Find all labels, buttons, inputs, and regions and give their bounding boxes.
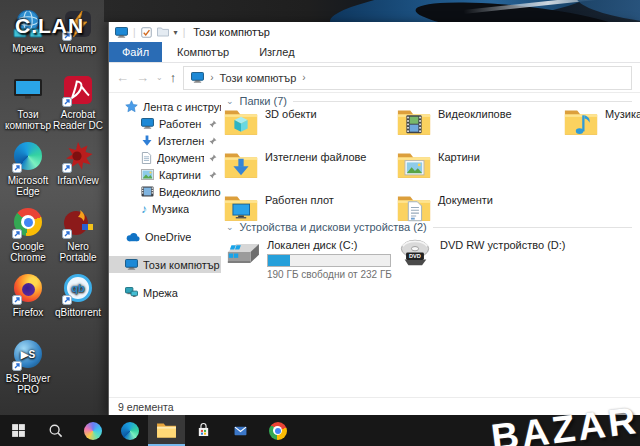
- shortcut-arrow-icon: [12, 295, 22, 305]
- folder-tile-documents[interactable]: Документи: [396, 191, 564, 224]
- this-pc-mini-icon: [125, 259, 138, 270]
- desktop-icon-label: Acrobat Reader DC: [51, 109, 105, 131]
- taskbar-explorer-button[interactable]: [148, 415, 185, 446]
- svg-text:DVD: DVD: [409, 253, 421, 259]
- screen: МрежаWinampТози компютърAcrobat Reader D…: [0, 0, 640, 446]
- videos-mini-icon: [141, 186, 154, 197]
- desktop-icon-firefox[interactable]: Firefox: [1, 271, 55, 318]
- irfanview-icon: [61, 139, 95, 173]
- desktop-icon-edge[interactable]: Microsoft Edge: [1, 139, 55, 197]
- desktop-icon-label: Този компютър: [1, 109, 55, 131]
- sidebar-item-onedrive-cloud[interactable]: OneDrive: [109, 228, 221, 245]
- sidebar-item-label: Работен плот: [159, 118, 204, 130]
- window-body: Лента с инструментиРаботен плотИзтеглени…: [109, 93, 640, 397]
- sidebar-item-music[interactable]: ♪Музика: [109, 200, 221, 217]
- tab-файл[interactable]: Файл: [109, 42, 162, 62]
- pin-icon: [209, 120, 217, 128]
- window-titlebar[interactable]: | ▾ | Този компютър: [109, 22, 640, 42]
- disk-free-space: 190 ГБ свободни от 232 ГБ: [267, 269, 392, 280]
- taskbar-chrome-button[interactable]: [259, 415, 296, 446]
- wallpaper: [104, 0, 640, 22]
- desktop-icon-bsplayer[interactable]: ▶SBS.Player PRO: [1, 337, 55, 395]
- desktop-icon-qbittorrent[interactable]: qbqBittorrent: [51, 271, 105, 318]
- desktop-icon-label: Firefox: [1, 307, 55, 318]
- history-dropdown-icon[interactable]: ⌄: [156, 73, 163, 82]
- folder-tile-music[interactable]: Музика: [563, 105, 640, 138]
- device-tile-label: DVD RW устройство (D:): [440, 239, 566, 251]
- tab-компютър[interactable]: Компютър: [162, 42, 244, 62]
- folder-tile-label: 3D обекти: [265, 108, 317, 138]
- tab-изглед[interactable]: Изглед: [244, 42, 309, 62]
- sidebar-item-label: Лента с инструменти: [143, 101, 221, 113]
- folder-downloads-icon: [223, 148, 259, 181]
- group-header-devices[interactable]: ⌄Устройства и дискови устройства (2): [226, 221, 632, 233]
- desktop-icon-acrobat[interactable]: Acrobat Reader DC: [51, 73, 105, 131]
- up-icon[interactable]: ↑: [170, 71, 177, 84]
- item-count: 9 елемента: [118, 401, 174, 413]
- copilot-icon: [84, 422, 102, 440]
- folder-tile-desktop[interactable]: Работен плот: [223, 191, 391, 224]
- sidebar-item-pictures[interactable]: Картини: [109, 166, 221, 183]
- desktop-icon-this-pc[interactable]: Този компютър: [1, 73, 55, 131]
- sidebar-item-videos[interactable]: Видеоклипове: [109, 183, 221, 200]
- folder-music-icon: [563, 105, 599, 138]
- network-mini-icon: [125, 287, 138, 298]
- properties-check-icon[interactable]: [141, 27, 152, 38]
- chevron-down-icon[interactable]: ⌄: [226, 222, 234, 232]
- forward-icon[interactable]: →: [136, 71, 149, 84]
- file-explorer-window: | ▾ | Този компютър ФайлКомпютърИзглед ←…: [108, 22, 640, 415]
- desktop-icon-nero[interactable]: Nero Portable: [51, 205, 105, 263]
- shortcut-arrow-icon: [62, 229, 72, 239]
- taskbar-start-button[interactable]: [0, 415, 37, 446]
- this-pc-small-icon: [115, 27, 128, 38]
- quick-access-toolbar: |: [115, 27, 169, 38]
- desktop-icon-irfanview[interactable]: IrfanView: [51, 139, 105, 186]
- sidebar-item-label: Музика: [152, 203, 189, 215]
- taskbar-store-button[interactable]: [185, 415, 222, 446]
- folder-tile-pictures[interactable]: Картини: [396, 148, 564, 181]
- taskbar-mail-button[interactable]: [222, 415, 259, 446]
- device-tile-dvd[interactable]: DVDDVD RW устройство (D:): [396, 236, 564, 270]
- new-folder-icon[interactable]: [157, 27, 169, 37]
- sidebar-item-label: Документи: [157, 152, 204, 164]
- qat-dropdown-icon[interactable]: ▾: [174, 28, 178, 37]
- sidebar-item-label: Мрежа: [143, 287, 178, 299]
- disk-usage-bar: [267, 254, 391, 267]
- folder-desktop-icon: [223, 191, 259, 224]
- sidebar-item-this-pc[interactable]: Този компютър: [109, 256, 221, 273]
- address-bar[interactable]: › Този компютър ›: [183, 66, 632, 90]
- quick-access-star-icon: [125, 100, 138, 113]
- breadcrumb[interactable]: Този компютър: [220, 72, 297, 84]
- sidebar-item-network[interactable]: Мрежа: [109, 284, 221, 301]
- sidebar-item-quick-access-star[interactable]: Лента с инструменти: [109, 98, 221, 115]
- folder-pictures-icon: [396, 148, 432, 181]
- desktop-icon-chrome[interactable]: Google Chrome: [1, 205, 55, 263]
- sidebar-item-label: Този компютър: [143, 259, 220, 271]
- taskbar-search-button[interactable]: [37, 415, 74, 446]
- taskbar-edge-button[interactable]: [111, 415, 148, 446]
- desktop-icon-label: Nero Portable: [51, 241, 105, 263]
- sidebar-item-downloads[interactable]: Изтеглени файлове: [109, 132, 221, 149]
- search-icon: [47, 422, 64, 439]
- sidebar-item-documents[interactable]: Документи: [109, 149, 221, 166]
- desktop-icon-label: Winamp: [51, 43, 105, 54]
- folder-tile-videos[interactable]: Видеоклипове: [396, 105, 564, 138]
- music-mini-icon: ♪: [141, 203, 147, 215]
- device-tile-label: Локален диск (C:): [267, 239, 392, 251]
- folder-tile-3d[interactable]: 3D обекти: [223, 105, 391, 138]
- pin-icon: [209, 154, 217, 162]
- downloads-mini-icon: [141, 135, 153, 147]
- edge-icon: [11, 139, 45, 173]
- ribbon-tabs: ФайлКомпютърИзглед: [109, 42, 640, 63]
- taskbar-copilot-button[interactable]: [74, 415, 111, 446]
- folder-tile-label: Видеоклипове: [438, 108, 512, 138]
- folder-tile-downloads[interactable]: Изтеглени файлове: [223, 148, 391, 181]
- folder-videos-icon: [396, 105, 432, 138]
- shortcut-arrow-icon: [12, 229, 22, 239]
- sidebar-item-label: Картини: [159, 169, 201, 181]
- device-tile-hdd[interactable]: Локален диск (C:)190 ГБ свободни от 232 …: [223, 236, 391, 280]
- this-pc-icon: [11, 73, 45, 107]
- sidebar-item-desktop[interactable]: Работен плот: [109, 115, 221, 132]
- folder-documents-icon: [396, 191, 432, 224]
- back-icon[interactable]: ←: [116, 71, 129, 84]
